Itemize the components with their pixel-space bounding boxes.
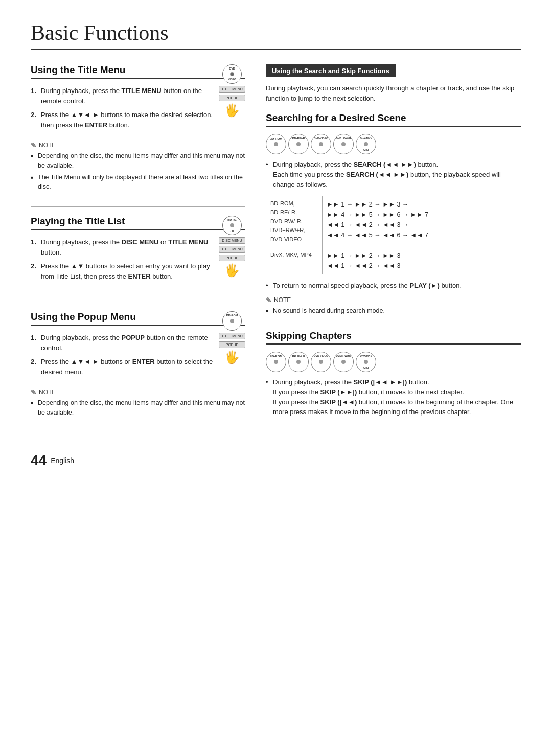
popup-note: ✎ NOTE Depending on the disc, the menu i…: [31, 388, 245, 418]
step-text: Press the ▲▼◄ ► buttons or ENTER button …: [41, 358, 213, 376]
bold-title-menu2: TITLE MENU: [168, 238, 208, 246]
bullet-skip: During playback, press the SKIP (|◄◄ ►►|…: [266, 377, 521, 417]
divider2: [31, 302, 245, 302]
dvd-rw-icon2: DVD±RW/±R: [333, 352, 354, 372]
dvd-video-disc-icon: DVD VIDEO: [222, 64, 242, 84]
bold-enter: ENTER: [85, 121, 107, 129]
step-item: 2. Press the ▲▼ buttons to select an ent…: [31, 261, 245, 281]
right-column: Using the Search and Skip Functions Duri…: [266, 64, 521, 432]
table-cell-disc: BD-ROM,BD-RE/-R,DVD-RW/-R,DVD+RW/+R,DVD-…: [266, 196, 323, 247]
step-item: 1. During playback, press the DISC MENU …: [31, 237, 245, 257]
step-text: Press the ▲▼ buttons to select an entry …: [41, 262, 210, 280]
page-number: 44: [31, 452, 47, 469]
dvd-video-icon2: DVD-VIDEO: [311, 352, 331, 372]
skip-prev-text: If you press the SKIP (|◄◄) button, it m…: [273, 398, 513, 416]
table-cell-disc2: DivX, MKV, MP4: [266, 247, 323, 274]
search-skip-intro: During playback, you can search quickly …: [266, 83, 521, 103]
section-title-list: BD-RE /-R DISC MENU TITLE MENU POPUP 🖐 P…: [31, 216, 245, 287]
bold-title-menu: TITLE MENU: [122, 87, 162, 95]
bold-search: SEARCH (◄◄ ►►): [354, 161, 416, 168]
page-title: Basic Functions: [31, 20, 521, 50]
dvd-rw-icon: DVD±RW/±R: [333, 134, 354, 154]
title-menu-heading: Using the Title Menu: [31, 64, 245, 79]
step-item: 1. During playback, press the TITLE MENU…: [31, 86, 245, 106]
step-number: 1.: [31, 237, 36, 247]
bd-rom-icon2: BD-ROM: [266, 352, 286, 372]
divider: [31, 206, 245, 207]
note-text3: NOTE: [274, 296, 291, 304]
note-item: No sound is heard during search mode.: [266, 306, 521, 316]
speed-table: BD-ROM,BD-RE/-R,DVD-RW/-R,DVD+RW/+R,DVD-…: [266, 196, 521, 275]
page-language: English: [51, 456, 74, 465]
bd-rom-disc-icon: BD-ROM: [222, 311, 242, 331]
skipping-bullets: During playback, press the SKIP (|◄◄ ►►|…: [266, 377, 521, 417]
page-footer: 44 English: [31, 452, 521, 469]
bold-skip: SKIP (|◄◄ ►►|): [354, 378, 407, 386]
bold-enter3: ENTER: [132, 358, 155, 365]
title-list-steps: 1. During playback, press the DISC MENU …: [31, 237, 245, 281]
note-text: NOTE: [39, 142, 56, 149]
title-menu-note: ✎ NOTE Depending on the disc, the menu i…: [31, 141, 245, 192]
bold-popup: POPUP: [122, 334, 145, 341]
bold-skip-prev: SKIP (|◄◄): [320, 398, 357, 406]
bold-search2: SEARCH (◄◄ ►►): [346, 171, 408, 178]
bold-disc-menu: DISC MENU: [122, 238, 159, 246]
section-searching: Searching for a Desired Scene BD-ROM BD-…: [266, 112, 521, 316]
skip-next-text: If you press the SKIP (►►|) button, it m…: [273, 388, 464, 396]
bold-play: PLAY (►): [409, 282, 439, 289]
searching-note-list: No sound is heard during search mode.: [266, 306, 521, 316]
step-item: 2. Press the ▲▼◄ ► buttons or ENTER butt…: [31, 357, 245, 377]
section-popup-menu: BD-ROM TITLE MENU POPUP 🖐 Using the Popu…: [31, 311, 245, 418]
pencil-icon3: ✎: [266, 296, 272, 304]
step-number: 2.: [31, 110, 36, 120]
bullet-play: To return to normal speed playback, pres…: [266, 281, 521, 291]
left-column: DVD VIDEO TITLE MENU POPUP 🖐 Using the T…: [31, 64, 245, 432]
table-row: DivX, MKV, MP4 ►► 1 → ►► 2 → ►► 3 ◄◄ 1 →…: [266, 247, 521, 274]
title-menu-steps: 1. During playback, press the TITLE MENU…: [31, 86, 245, 130]
note-item: The Title Menu will only be displayed if…: [31, 173, 245, 192]
searching-heading: Searching for a Desired Scene: [266, 112, 521, 127]
bd-re-icon: BD-RE/-R: [288, 134, 309, 154]
search-skip-header-box: Using the Search and Skip Functions: [266, 64, 396, 77]
step-text: Press the ▲▼◄ ► buttons to make the desi…: [41, 111, 213, 129]
step-number: 1.: [31, 333, 36, 343]
note-label2: ✎ NOTE: [31, 388, 245, 396]
table-cell-speeds2: ►► 1 → ►► 2 → ►► 3 ◄◄ 1 → ◄◄ 2 → ◄◄ 3: [323, 247, 521, 274]
skipping-heading: Skipping Chapters: [266, 330, 521, 345]
searching-bullets: During playback, press the SEARCH (◄◄ ►►…: [266, 159, 521, 190]
title-list-heading: Playing the Title List: [31, 216, 245, 230]
note-item: Depending on the disc, the menu items ma…: [31, 398, 245, 418]
popup-menu-heading: Using the Popup Menu: [31, 311, 245, 326]
section-skipping: Skipping Chapters BD-ROM BD-RE/-R DVD-VI…: [266, 330, 521, 417]
bd-re-icon2: BD-RE/-R: [288, 352, 309, 372]
search-follow-text: Each time you press the SEARCH (◄◄ ►►) b…: [273, 171, 501, 189]
bold-enter2: ENTER: [128, 272, 151, 280]
pencil-icon2: ✎: [31, 388, 37, 396]
divx-icon: DivX/MKV /MP4: [356, 134, 376, 154]
searching-note: ✎ NOTE No sound is heard during search m…: [266, 296, 521, 316]
dvd-video-icon: DVD-VIDEO: [311, 134, 331, 154]
divx-icon2: DivX/MKV /MP4: [356, 352, 376, 372]
step-number: 2.: [31, 357, 36, 367]
popup-note-list: Depending on the disc, the menu items ma…: [31, 398, 245, 418]
bd-rom-icon: BD-ROM: [266, 134, 286, 154]
searching-disc-icons: BD-ROM BD-RE/-R DVD-VIDEO DVD±RW/±R DivX…: [266, 134, 521, 154]
step-item: 1. During playback, press the POPUP butt…: [31, 333, 245, 353]
popup-steps: 1. During playback, press the POPUP butt…: [31, 333, 245, 377]
note-text2: NOTE: [39, 388, 56, 396]
play-bullet: To return to normal speed playback, pres…: [266, 281, 521, 291]
step-number: 1.: [31, 86, 36, 96]
note-item: Depending on the disc, the menu items ma…: [31, 151, 245, 171]
note-label: ✎ NOTE: [31, 141, 245, 149]
step-text: During playback, press the POPUP button …: [41, 334, 208, 352]
step-number: 2.: [31, 261, 36, 271]
table-row: BD-ROM,BD-RE/-R,DVD-RW/-R,DVD+RW/+R,DVD-…: [266, 196, 521, 247]
pencil-icon: ✎: [31, 141, 37, 149]
bold-skip-next: SKIP (►►|): [320, 388, 357, 396]
bullet-search: During playback, press the SEARCH (◄◄ ►►…: [266, 159, 521, 190]
step-item: 2. Press the ▲▼◄ ► buttons to make the d…: [31, 110, 245, 130]
skipping-disc-icons: BD-ROM BD-RE/-R DVD-VIDEO DVD±RW/±R DivX…: [266, 352, 521, 372]
section-title-menu: DVD VIDEO TITLE MENU POPUP 🖐 Using the T…: [31, 64, 245, 192]
table-cell-speeds: ►► 1 → ►► 2 → ►► 3 → ►► 4 → ►► 5 → ►► 6 …: [323, 196, 521, 247]
title-menu-note-list: Depending on the disc, the menu items ma…: [31, 151, 245, 192]
